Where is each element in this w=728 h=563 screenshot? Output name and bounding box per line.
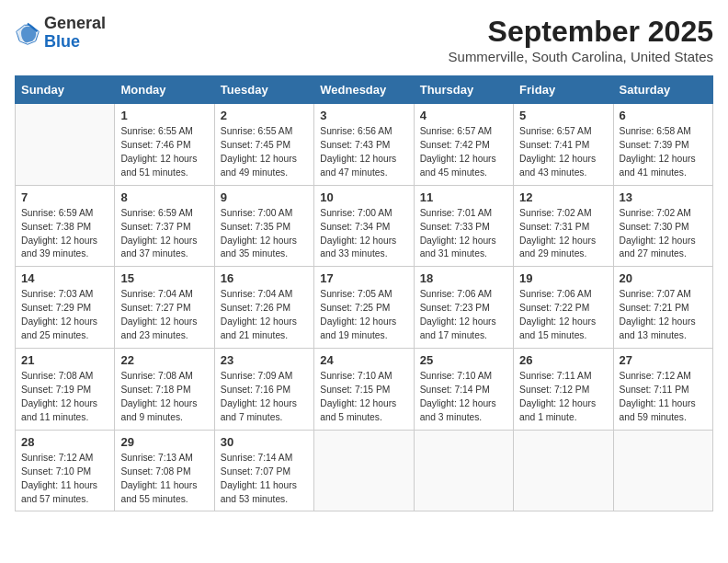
calendar-day-cell: 9Sunrise: 7:00 AM Sunset: 7:35 PM Daylig… [214,185,313,267]
weekday-header-cell: Saturday [613,76,712,104]
day-number: 11 [420,190,507,204]
day-number: 18 [420,271,507,285]
day-info: Sunrise: 6:58 AM Sunset: 7:39 PM Dayligh… [620,125,707,180]
day-number: 1 [120,109,208,122]
day-info: Sunrise: 7:01 AM Sunset: 7:33 PM Dayligh… [420,207,507,262]
calendar-day-cell: 13Sunrise: 7:02 AM Sunset: 7:30 PM Dayli… [613,185,712,267]
calendar-day-cell [414,430,513,511]
day-number: 5 [519,109,607,122]
calendar-week-row: 14Sunrise: 7:03 AM Sunset: 7:29 PM Dayli… [16,267,713,349]
calendar-day-cell: 22Sunrise: 7:08 AM Sunset: 7:18 PM Dayli… [115,349,214,431]
calendar-day-cell [16,104,115,186]
weekday-header-cell: Thursday [414,76,513,104]
month-title: September 2025 [449,15,713,49]
calendar-day-cell: 1Sunrise: 6:55 AM Sunset: 7:46 PM Daylig… [115,104,214,186]
calendar-day-cell: 27Sunrise: 7:12 AM Sunset: 7:11 PM Dayli… [613,349,712,431]
day-number: 27 [620,353,707,367]
day-number: 7 [21,190,108,204]
calendar-day-cell: 7Sunrise: 6:59 AM Sunset: 7:38 PM Daylig… [16,185,115,267]
day-info: Sunrise: 6:56 AM Sunset: 7:43 PM Dayligh… [320,125,407,180]
day-info: Sunrise: 6:59 AM Sunset: 7:38 PM Dayligh… [21,207,108,262]
day-number: 26 [519,353,607,367]
day-info: Sunrise: 7:05 AM Sunset: 7:25 PM Dayligh… [320,288,407,343]
day-number: 24 [320,353,407,367]
calendar-day-cell: 15Sunrise: 7:04 AM Sunset: 7:27 PM Dayli… [115,267,214,349]
calendar-week-row: 1Sunrise: 6:55 AM Sunset: 7:46 PM Daylig… [16,104,713,186]
day-info: Sunrise: 7:10 AM Sunset: 7:15 PM Dayligh… [320,370,407,425]
day-info: Sunrise: 7:03 AM Sunset: 7:29 PM Dayligh… [21,288,108,343]
calendar-day-cell: 29Sunrise: 7:13 AM Sunset: 7:08 PM Dayli… [115,430,214,511]
day-info: Sunrise: 7:04 AM Sunset: 7:27 PM Dayligh… [120,288,208,343]
calendar-week-row: 28Sunrise: 7:12 AM Sunset: 7:10 PM Dayli… [16,430,713,511]
calendar-day-cell: 19Sunrise: 7:06 AM Sunset: 7:22 PM Dayli… [514,267,613,349]
day-info: Sunrise: 7:08 AM Sunset: 7:19 PM Dayligh… [21,370,108,425]
calendar-day-cell: 20Sunrise: 7:07 AM Sunset: 7:21 PM Dayli… [613,267,712,349]
day-number: 9 [221,190,308,204]
day-info: Sunrise: 7:00 AM Sunset: 7:35 PM Dayligh… [221,207,308,262]
day-number: 2 [221,109,308,122]
day-info: Sunrise: 7:10 AM Sunset: 7:14 PM Dayligh… [420,370,507,425]
day-info: Sunrise: 7:13 AM Sunset: 7:08 PM Dayligh… [120,452,208,507]
day-number: 3 [320,109,407,122]
calendar-day-cell: 11Sunrise: 7:01 AM Sunset: 7:33 PM Dayli… [414,185,513,267]
logo: General Blue [15,15,106,52]
day-number: 16 [221,271,308,285]
calendar-table: SundayMondayTuesdayWednesdayThursdayFrid… [15,75,713,511]
day-number: 4 [420,109,507,122]
calendar-day-cell: 30Sunrise: 7:14 AM Sunset: 7:07 PM Dayli… [214,430,313,511]
calendar-day-cell: 5Sunrise: 6:57 AM Sunset: 7:41 PM Daylig… [514,104,613,186]
weekday-header-cell: Wednesday [314,76,414,104]
calendar-day-cell: 6Sunrise: 6:58 AM Sunset: 7:39 PM Daylig… [613,104,712,186]
day-info: Sunrise: 6:57 AM Sunset: 7:41 PM Dayligh… [519,125,607,180]
day-number: 13 [620,190,707,204]
calendar-day-cell: 26Sunrise: 7:11 AM Sunset: 7:12 PM Dayli… [514,349,613,431]
calendar-day-cell: 4Sunrise: 6:57 AM Sunset: 7:42 PM Daylig… [414,104,513,186]
calendar-day-cell: 28Sunrise: 7:12 AM Sunset: 7:10 PM Dayli… [16,430,115,511]
day-info: Sunrise: 7:12 AM Sunset: 7:10 PM Dayligh… [21,452,108,507]
day-info: Sunrise: 7:14 AM Sunset: 7:07 PM Dayligh… [221,452,308,507]
day-info: Sunrise: 7:07 AM Sunset: 7:21 PM Dayligh… [620,288,707,343]
calendar-day-cell: 25Sunrise: 7:10 AM Sunset: 7:14 PM Dayli… [414,349,513,431]
day-number: 23 [221,353,308,367]
day-number: 8 [120,190,208,204]
day-number: 10 [320,190,407,204]
day-info: Sunrise: 7:08 AM Sunset: 7:18 PM Dayligh… [120,370,208,425]
calendar-day-cell: 18Sunrise: 7:06 AM Sunset: 7:23 PM Dayli… [414,267,513,349]
day-info: Sunrise: 6:55 AM Sunset: 7:46 PM Dayligh… [120,125,208,180]
day-info: Sunrise: 6:55 AM Sunset: 7:45 PM Dayligh… [221,125,308,180]
calendar-day-cell: 17Sunrise: 7:05 AM Sunset: 7:25 PM Dayli… [314,267,414,349]
day-number: 12 [519,190,607,204]
calendar-day-cell: 14Sunrise: 7:03 AM Sunset: 7:29 PM Dayli… [16,267,115,349]
day-info: Sunrise: 7:02 AM Sunset: 7:30 PM Dayligh… [620,207,707,262]
logo-blue-text: Blue [44,32,80,51]
calendar-week-row: 7Sunrise: 6:59 AM Sunset: 7:38 PM Daylig… [16,185,713,267]
calendar-day-cell [613,430,712,511]
day-number: 17 [320,271,407,285]
logo-general-text: General [44,14,106,32]
day-info: Sunrise: 7:00 AM Sunset: 7:34 PM Dayligh… [320,207,407,262]
calendar-day-cell: 3Sunrise: 6:56 AM Sunset: 7:43 PM Daylig… [314,104,414,186]
day-number: 14 [21,271,108,285]
day-info: Sunrise: 7:09 AM Sunset: 7:16 PM Dayligh… [221,370,308,425]
calendar-body: 1Sunrise: 6:55 AM Sunset: 7:46 PM Daylig… [16,104,713,511]
weekday-header-cell: Monday [115,76,214,104]
day-number: 22 [120,353,208,367]
day-info: Sunrise: 6:57 AM Sunset: 7:42 PM Dayligh… [420,125,507,180]
weekday-header-cell: Friday [514,76,613,104]
calendar-day-cell: 2Sunrise: 6:55 AM Sunset: 7:45 PM Daylig… [214,104,313,186]
day-number: 28 [21,435,108,449]
weekday-header-cell: Tuesday [214,76,313,104]
calendar-day-cell: 16Sunrise: 7:04 AM Sunset: 7:26 PM Dayli… [214,267,313,349]
day-info: Sunrise: 7:12 AM Sunset: 7:11 PM Dayligh… [620,370,707,425]
logo-icon [15,20,40,46]
calendar-day-cell [314,430,414,511]
day-info: Sunrise: 7:06 AM Sunset: 7:22 PM Dayligh… [519,288,607,343]
weekday-header-row: SundayMondayTuesdayWednesdayThursdayFrid… [16,76,713,104]
calendar-week-row: 21Sunrise: 7:08 AM Sunset: 7:19 PM Dayli… [16,349,713,431]
day-info: Sunrise: 7:02 AM Sunset: 7:31 PM Dayligh… [519,207,607,262]
calendar-day-cell: 23Sunrise: 7:09 AM Sunset: 7:16 PM Dayli… [214,349,313,431]
day-number: 30 [221,435,308,449]
weekday-header-cell: Sunday [16,76,115,104]
title-block: September 2025 Summerville, South Caroli… [449,15,713,64]
calendar-day-cell: 8Sunrise: 6:59 AM Sunset: 7:37 PM Daylig… [115,185,214,267]
